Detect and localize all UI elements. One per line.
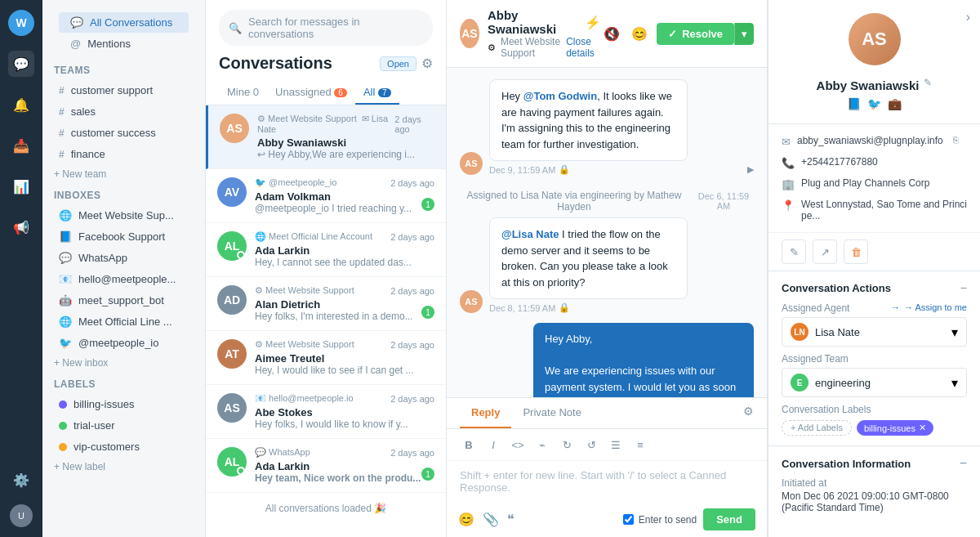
nav-inbox-icon[interactable]: 📥 bbox=[8, 132, 34, 159]
conv-item-abe-stokes[interactable]: AS 📧 hello@meetpeople.io 2 days ago Abe … bbox=[206, 385, 446, 439]
app-logo[interactable]: W bbox=[8, 10, 34, 36]
twitter-icon[interactable]: 🐦 bbox=[867, 97, 881, 110]
contact-avatar: AS bbox=[849, 13, 901, 65]
edit-name-icon[interactable]: ✎ bbox=[924, 77, 932, 88]
ul-button[interactable]: ☰ bbox=[605, 434, 626, 455]
enter-to-send-checkbox[interactable] bbox=[623, 514, 634, 525]
sidebar-label-trial[interactable]: trial-user bbox=[47, 415, 200, 436]
mention-lisanate: @Lisa Nate bbox=[501, 228, 559, 240]
contact-phone: 📞 +2544217767880 bbox=[768, 152, 980, 173]
facebook-icon[interactable]: 📘 bbox=[847, 97, 861, 110]
sidebar: 💬 All Conversations @ Mentions Teams # c… bbox=[42, 0, 206, 537]
tab-unassigned[interactable]: Unassigned 6 bbox=[267, 81, 355, 105]
close-details-link[interactable]: Close details bbox=[566, 36, 601, 59]
sidebar-inbox-meet-official[interactable]: 🌐 Meet Official Line ... bbox=[47, 311, 200, 332]
sidebar-inbox-facebook[interactable]: 📘 Facebook Support bbox=[47, 226, 200, 247]
redo-button[interactable]: ↻ bbox=[556, 434, 577, 455]
search-bar[interactable]: 🔍 Search for messages in conversations bbox=[219, 10, 433, 46]
ol-button[interactable]: ≡ bbox=[630, 434, 651, 455]
billing-label-tag[interactable]: billing-issues ✕ bbox=[857, 420, 933, 436]
delete-action-btn[interactable]: 🗑 bbox=[844, 239, 868, 264]
copy-email-icon[interactable]: ⎘ bbox=[953, 135, 959, 145]
assign-to-me-link[interactable]: → → Assign to me bbox=[891, 302, 967, 314]
conv-item-adam-volkman[interactable]: AV 🐦 @meetpeople_io 2 days ago Adam Volk… bbox=[206, 169, 446, 223]
undo-button[interactable]: ↺ bbox=[581, 434, 602, 455]
quote-btn[interactable]: ❝ bbox=[507, 512, 514, 527]
reply-tab-reply[interactable]: Reply bbox=[460, 398, 511, 428]
conv-name: Adam Volkman bbox=[255, 190, 434, 203]
message-row: Hey Abby, We are experiencing issues wit… bbox=[460, 323, 754, 397]
settings-icon[interactable]: ⚙ bbox=[743, 398, 754, 428]
resolve-dropdown-button[interactable]: ▾ bbox=[734, 23, 754, 45]
conv-item-aimee-treutel[interactable]: AT ⚙ Meet Website Support 2 days ago Aim… bbox=[206, 331, 446, 385]
reply-input-field[interactable]: Shift + enter for new line. Start with '… bbox=[447, 461, 767, 502]
resolve-button[interactable]: ✓ Resolve bbox=[657, 23, 734, 45]
new-label-button[interactable]: + New label bbox=[42, 458, 205, 476]
add-labels-button[interactable]: + Add Labels bbox=[782, 420, 852, 436]
conv-item-ada-larkin-whatsapp[interactable]: AL 💬 WhatsApp 2 days ago Ada Larkin Hey … bbox=[206, 439, 446, 493]
new-inbox-button[interactable]: + New inbox bbox=[42, 354, 205, 372]
tab-mine[interactable]: Mine 0 bbox=[219, 81, 267, 105]
conv-item-alan-dietrich[interactable]: AD ⚙ Meet Website Support 2 days ago Ala… bbox=[206, 277, 446, 331]
code-button[interactable]: <> bbox=[507, 434, 528, 455]
new-team-button[interactable]: + New team bbox=[42, 165, 205, 183]
sidebar-label-vip[interactable]: vip-customers bbox=[47, 436, 200, 457]
conv-time: 2 days ago bbox=[390, 394, 434, 404]
sidebar-inbox-hello[interactable]: 📧 hello@meetpeople... bbox=[47, 269, 200, 289]
edit-action-btn[interactable]: ✎ bbox=[782, 239, 806, 264]
sidebar-team-customer-support[interactable]: # customer support bbox=[47, 80, 200, 101]
conv-list-header: 🔍 Search for messages in conversations C… bbox=[206, 0, 446, 105]
reply-arrow-icon[interactable]: ▶ bbox=[747, 164, 754, 175]
tab-all[interactable]: All 7 bbox=[355, 81, 399, 105]
location-value: West Lonnystad, Sao Tome and Principe... bbox=[801, 199, 967, 222]
agent-selector[interactable]: LN Lisa Nate ▾ bbox=[782, 317, 967, 347]
attach-btn[interactable]: 📎 bbox=[483, 512, 499, 527]
conv-actions-collapse[interactable]: − bbox=[960, 281, 967, 294]
filter-icon[interactable]: ⚙ bbox=[421, 56, 433, 71]
nav-mentions-icon[interactable]: 🔔 bbox=[8, 92, 34, 118]
conv-item-abby-swaniawski[interactable]: AS ⚙ Meet Website Support ✉ Lisa Nate 2 … bbox=[206, 105, 446, 169]
link-button[interactable]: ⌁ bbox=[532, 434, 553, 455]
emoji-btn[interactable]: 😊 bbox=[458, 512, 474, 527]
sidebar-team-customer-success[interactable]: # customer success bbox=[47, 123, 200, 143]
sidebar-label-billing[interactable]: billing-issues bbox=[47, 394, 200, 414]
send-button[interactable]: Send bbox=[703, 508, 755, 530]
nav-settings-icon[interactable]: ⚙️ bbox=[8, 467, 34, 493]
nav-reports-icon[interactable]: 📊 bbox=[8, 173, 34, 199]
sidebar-item-mentions[interactable]: @ Mentions bbox=[59, 34, 189, 54]
user-avatar-nav[interactable]: U bbox=[10, 504, 33, 527]
sidebar-team-finance[interactable]: # finance bbox=[47, 144, 200, 164]
remove-label-icon[interactable]: ✕ bbox=[919, 423, 926, 433]
enter-to-send-toggle[interactable]: Enter to send bbox=[623, 514, 697, 526]
assigned-agent-label: Assigned Agent → → Assign to me bbox=[782, 302, 967, 314]
contact-name: Abby Swaniawski bbox=[817, 78, 920, 92]
conv-info: 🐦 @meetpeople_io 2 days ago Adam Volkman… bbox=[255, 177, 434, 214]
chat-messages: AS Hey @Tom Godwin, It looks like we are… bbox=[447, 68, 767, 397]
reply-tab-private-note[interactable]: Private Note bbox=[511, 398, 593, 428]
mute-icon[interactable]: 🔇 bbox=[601, 23, 622, 44]
sidebar-inbox-bot[interactable]: 🤖 meet_support_bot bbox=[47, 290, 200, 311]
sidebar-inbox-whatsapp[interactable]: 💬 WhatsApp bbox=[47, 248, 200, 268]
expand-button[interactable]: › bbox=[966, 10, 970, 25]
chat-user-info: AS Abby Swaniawski ⚡ ⚙ Meet Website Supp… bbox=[460, 8, 601, 59]
conv-source: 📧 hello@meetpeople.io bbox=[255, 393, 354, 404]
status-filter[interactable]: Open bbox=[380, 56, 416, 71]
bold-button[interactable]: B bbox=[458, 434, 479, 455]
team-selector[interactable]: E engineering ▾ bbox=[782, 368, 967, 397]
nav-campaigns-icon[interactable]: 📢 bbox=[8, 214, 34, 240]
chat-user-source: Meet Website Support bbox=[501, 36, 561, 59]
sidebar-inbox-twitter[interactable]: 🐦 @meetpeople_io bbox=[47, 333, 200, 353]
sidebar-team-sales[interactable]: # sales bbox=[47, 101, 200, 122]
left-navigation: W 💬 🔔 📥 📊 📢 ⚙️ U bbox=[0, 0, 42, 537]
italic-button[interactable]: I bbox=[483, 434, 504, 455]
linkedin-icon[interactable]: 💼 bbox=[888, 97, 902, 110]
reply-toolbar: B I <> ⌁ ↻ ↺ ☰ ≡ bbox=[447, 429, 767, 461]
emoji-icon[interactable]: 😊 bbox=[629, 23, 650, 44]
sidebar-inbox-meet-website[interactable]: 🌐 Meet Website Sup... bbox=[47, 205, 200, 226]
forward-action-btn[interactable]: ↗ bbox=[813, 239, 837, 264]
sidebar-item-all-conversations[interactable]: 💬 All Conversations bbox=[59, 12, 189, 33]
nav-conversations-icon[interactable]: 💬 bbox=[8, 51, 34, 77]
company-value: Plug and Play Channels Corp bbox=[801, 177, 929, 189]
conv-info-collapse[interactable]: − bbox=[960, 456, 967, 471]
conv-item-ada-larkin-line[interactable]: AL 🌐 Meet Official Line Account 2 days a… bbox=[206, 223, 446, 277]
